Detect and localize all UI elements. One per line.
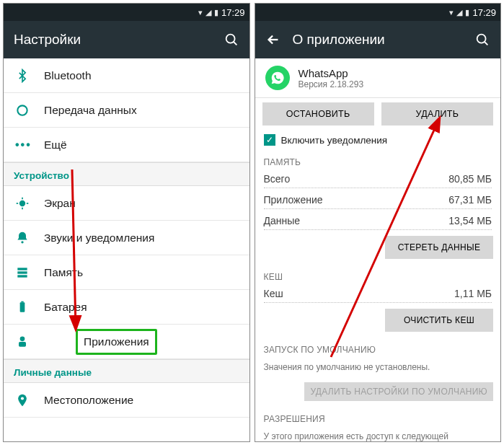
row-label: Bluetooth [44,69,92,82]
back-icon[interactable] [265,32,281,48]
apps-icon [15,335,44,349]
row-battery[interactable]: Батарея [4,290,249,325]
wifi-icon: ▾ [449,8,454,17]
app-info-content: WhatsApp Версия 2.18.293 ОСТАНОВИТЬ УДАЛ… [255,58,501,441]
app-name: WhatsApp [299,67,364,79]
svg-line-1 [233,42,236,45]
row-sound[interactable]: Звуки и уведомления [4,221,249,255]
whatsapp-icon [265,66,290,90]
battery-icon [15,300,44,314]
row-bluetooth[interactable]: Bluetooth [4,58,249,93]
clock: 17:29 [221,7,245,18]
section-personal-header: Личные данные [4,359,249,383]
apps-highlight: Приложения [76,329,157,355]
row-display[interactable]: Экран [4,186,249,221]
row-label: Батарея [44,301,87,314]
svg-point-16 [21,397,24,400]
svg-point-14 [20,336,25,341]
clear-defaults-button: УДАЛИТЬ НАСТРОЙКИ ПО УМОЛЧАНИЮ [304,382,493,401]
settings-list: Bluetooth Передача данных ••• Ещё Устрой… [4,58,249,441]
svg-rect-11 [17,275,27,277]
battery-icon: ▮ [214,8,218,17]
svg-rect-10 [17,271,27,273]
storage-app: Приложение67,31 МБ [255,191,501,208]
app-header: WhatsApp Версия 2.18.293 [255,58,501,98]
app-version: Версия 2.18.293 [299,79,364,89]
svg-rect-13 [21,301,23,302]
signal-icon: ◢ [456,8,462,17]
right-phone-app-info: ▾ ◢ ▮ 17:29 О приложении WhatsApp Версия… [255,3,502,442]
action-buttons: ОСТАНОВИТЬ УДАЛИТЬ [255,98,501,130]
svg-rect-9 [17,268,27,270]
clear-cache-button[interactable]: ОЧИСТИТЬ КЕШ [385,309,493,332]
row-data-usage[interactable]: Передача данных [4,93,249,128]
cache-header: КЕШ [255,265,501,285]
svg-line-19 [485,42,488,45]
battery-icon: ▮ [465,8,469,17]
clock: 17:29 [472,7,496,18]
left-phone-settings: ▾ ◢ ▮ 17:29 Настройки Bluetooth Передача… [3,3,250,442]
force-stop-button[interactable]: ОСТАНОВИТЬ [262,102,374,125]
row-label: Передача данных [44,104,137,117]
status-bar: ▾ ◢ ▮ 17:29 [255,4,501,21]
location-icon [15,393,44,407]
svg-rect-12 [20,302,25,312]
checkbox-checked-icon: ✓ [264,134,275,146]
uninstall-button[interactable]: УДАЛИТЬ [381,102,493,125]
permissions-note: У этого приложения есть доступ к следующ… [255,427,501,441]
row-memory[interactable]: Память [4,255,249,290]
status-bar: ▾ ◢ ▮ 17:29 [4,4,249,21]
storage-header: ПАМЯТЬ [255,150,501,170]
more-icon: ••• [15,138,44,151]
row-label: Звуки и уведомления [44,232,154,244]
row-apps[interactable]: Приложения [4,325,249,359]
row-more[interactable]: ••• Ещё [4,128,249,162]
bluetooth-icon [15,69,44,83]
row-label: Экран [44,197,76,210]
clear-data-button[interactable]: СТЕРЕТЬ ДАННЫЕ [385,236,493,259]
svg-point-8 [21,241,23,243]
notifications-checkbox-row[interactable]: ✓ Включить уведомления [255,130,501,150]
svg-rect-15 [19,342,26,347]
bell-icon [15,231,44,245]
search-icon[interactable] [474,32,490,48]
row-label: Ещё [44,138,67,151]
search-icon[interactable] [224,32,239,48]
storage-icon [15,265,44,280]
row-location[interactable]: Местоположение [4,383,249,418]
svg-point-2 [17,105,27,115]
wifi-icon: ▾ [198,8,203,17]
row-label: Местоположение [44,394,133,407]
data-usage-icon [15,103,44,118]
notifications-label: Включить уведомления [281,135,388,146]
cache-size: Кеш1,11 МБ [255,285,501,302]
page-title: О приложении [293,32,464,48]
svg-point-3 [19,200,25,206]
signal-icon: ◢ [205,8,211,17]
page-title: Настройки [14,32,212,48]
storage-data: Данные13,54 МБ [255,212,501,229]
section-device-header: Устройство [4,162,249,186]
permissions-header: РАЗРЕШЕНИЯ [255,407,501,427]
launch-note: Значения по умолчанию не установлены. [255,358,501,379]
launch-header: ЗАПУСК ПО УМОЛЧАНИЮ [255,338,501,358]
row-label: Память [44,266,83,279]
app-bar: Настройки [4,21,249,58]
app-bar: О приложении [255,21,501,58]
row-label: Приложения [84,335,149,348]
display-icon [15,196,44,211]
storage-total: Всего80,85 МБ [255,170,501,188]
